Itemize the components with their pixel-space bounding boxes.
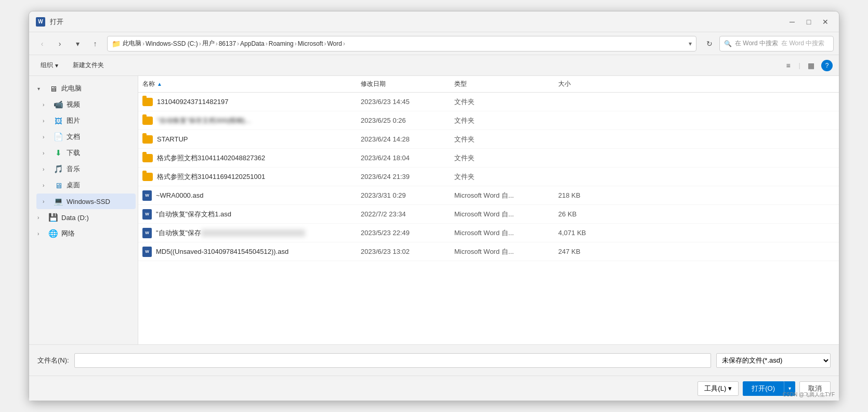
toolbar: 组织 ▾ 新建文件夹 ≡ | ▦ ? bbox=[29, 55, 839, 76]
file-name: MD5((Unsaved-310409784154504512)).asd bbox=[156, 248, 288, 255]
expand-datad-icon: › bbox=[37, 215, 45, 221]
table-row[interactable]: W "自动恢复"保存 2023/5/23 22:49 Microsoft Wor… bbox=[138, 224, 839, 242]
search-box[interactable]: 🔍 在 Word 中搜索 在 Word 中搜索 bbox=[719, 36, 834, 52]
address-part-microsoft: Microsoft bbox=[298, 40, 323, 47]
sidebar: ▾ 🖥 此电脑 › 📹 视频 › 🖼 图片 › 📄 文档 bbox=[29, 76, 138, 344]
sidebar-video-label: 视频 bbox=[67, 100, 131, 109]
sidebar-item-downloads[interactable]: › ⬇ 下载 bbox=[36, 145, 136, 161]
layout-button[interactable]: ▦ bbox=[804, 58, 818, 73]
filename-label: 文件名(N): bbox=[37, 356, 69, 365]
col-type-header[interactable]: 类型 bbox=[454, 80, 558, 88]
table-row[interactable]: W "自动恢复"保存文档1.asd 2022/7/2 23:34 Microso… bbox=[138, 205, 839, 224]
table-row[interactable]: "自动恢复"保存文档300(模糊)... 2023/6/25 0:26 文件夹 bbox=[138, 111, 839, 130]
maximize-button[interactable]: □ bbox=[801, 15, 816, 29]
table-row[interactable]: 1310409243711482197 2023/6/23 14:45 文件夹 bbox=[138, 93, 839, 111]
col-size-label: 大小 bbox=[558, 80, 571, 87]
minimize-button[interactable]: ─ bbox=[785, 15, 799, 29]
file-type: Microsoft Word 自... bbox=[454, 228, 558, 238]
tools-button[interactable]: 工具(L) ▾ bbox=[698, 381, 739, 396]
file-name: 1310409243711482197 bbox=[157, 98, 228, 106]
file-name: "自动恢复"保存文档300(模糊)... bbox=[157, 116, 251, 125]
open-dialog: W 打开 ─ □ ✕ ‹ › ▾ ↑ 📁 此电脑 › Windows-SSD (… bbox=[29, 11, 839, 401]
col-name-header[interactable]: 名称 ▲ bbox=[142, 80, 361, 88]
main-area: ▾ 🖥 此电脑 › 📹 视频 › 🖼 图片 › 📄 文档 bbox=[29, 76, 839, 344]
col-size-header[interactable]: 大小 bbox=[558, 80, 621, 88]
table-row[interactable]: 格式参照文档310411694120251001 2023/6/24 21:39… bbox=[138, 168, 839, 186]
sidebar-downloads-label: 下载 bbox=[67, 148, 131, 158]
organize-dropdown-icon: ▾ bbox=[55, 62, 58, 69]
table-row[interactable]: STARTUP 2023/6/24 14:28 文件夹 bbox=[138, 130, 839, 149]
file-date: 2022/7/2 23:34 bbox=[361, 210, 454, 218]
address-part-roaming: Roaming bbox=[269, 40, 294, 47]
file-type: Microsoft Word 自... bbox=[454, 191, 558, 200]
up-button[interactable]: ↑ bbox=[87, 36, 103, 52]
view-menu-button[interactable]: ≡ bbox=[781, 58, 796, 73]
datad-icon: 💾 bbox=[48, 213, 58, 222]
sidebar-item-pictures[interactable]: › 🖼 图片 bbox=[36, 113, 136, 128]
watermark: CSDN @飞腾人生TYF bbox=[783, 391, 835, 398]
file-type: 文件夹 bbox=[454, 172, 558, 182]
forward-button[interactable]: › bbox=[52, 36, 68, 52]
col-date-header[interactable]: 修改日期 bbox=[361, 80, 454, 88]
file-name: 格式参照文档310411402048827362 bbox=[157, 153, 265, 163]
video-icon: 📹 bbox=[53, 100, 63, 109]
file-date: 2023/6/23 14:45 bbox=[361, 98, 454, 106]
sidebar-item-network[interactable]: › 🌐 网络 bbox=[31, 226, 136, 241]
navigation-bar: ‹ › ▾ ↑ 📁 此电脑 › Windows-SSD (C:) › 用户 › … bbox=[29, 32, 839, 55]
file-type: 文件夹 bbox=[454, 135, 558, 144]
table-row[interactable]: W MD5((Unsaved-310409784154504512)).asd … bbox=[138, 242, 839, 261]
address-folder-icon: 📁 bbox=[112, 40, 121, 48]
file-name: 格式参照文档310411694120251001 bbox=[157, 172, 265, 182]
sidebar-item-datad[interactable]: › 💾 Data (D:) bbox=[31, 210, 136, 225]
refresh-button[interactable]: ↻ bbox=[702, 36, 717, 52]
dropdown-button[interactable]: ▾ bbox=[70, 36, 85, 52]
expand-pc-icon: ▾ bbox=[37, 86, 45, 92]
sidebar-pc-children: › 📹 视频 › 🖼 图片 › 📄 文档 › ⬇ 下载 bbox=[29, 97, 138, 209]
action-bar: 工具(L) ▾ 打开(O) ▾ 取消 bbox=[29, 376, 839, 401]
word-file-icon: W bbox=[142, 228, 152, 238]
expand-video-icon: › bbox=[43, 102, 50, 108]
file-size: 26 KB bbox=[558, 210, 621, 218]
sidebar-item-documents[interactable]: › 📄 文档 bbox=[36, 129, 136, 145]
close-button[interactable]: ✕ bbox=[818, 15, 833, 29]
file-name-cell: W "自动恢复"保存 bbox=[142, 228, 361, 238]
content-area: 名称 ▲ 修改日期 类型 大小 13104 bbox=[138, 76, 839, 344]
sidebar-datad-label: Data (D:) bbox=[61, 214, 131, 222]
title-bar: W 打开 ─ □ ✕ bbox=[29, 11, 839, 32]
file-list: 1310409243711482197 2023/6/23 14:45 文件夹 … bbox=[138, 93, 839, 344]
toolbar-separator: | bbox=[799, 61, 800, 69]
sidebar-item-video[interactable]: › 📹 视频 bbox=[36, 97, 136, 112]
pictures-icon: 🖼 bbox=[53, 117, 63, 125]
sidebar-item-pc[interactable]: ▾ 🖥 此电脑 bbox=[31, 81, 136, 96]
toolbar-right: ≡ | ▦ ? bbox=[781, 58, 833, 73]
organize-button[interactable]: 组织 ▾ bbox=[35, 58, 63, 73]
filename-input[interactable] bbox=[74, 353, 711, 368]
back-button[interactable]: ‹ bbox=[34, 36, 50, 52]
word-file-icon: W bbox=[142, 190, 152, 201]
file-name-cell: W MD5((Unsaved-310409784154504512)).asd bbox=[142, 247, 361, 257]
sidebar-music-label: 音乐 bbox=[67, 164, 131, 174]
file-type: Microsoft Word 自... bbox=[454, 210, 558, 219]
word-file-icon: W bbox=[142, 247, 152, 257]
new-folder-button[interactable]: 新建文件夹 bbox=[68, 58, 109, 73]
window-controls: ─ □ ✕ bbox=[785, 15, 833, 29]
sidebar-item-desktop[interactable]: › 🖥 桌面 bbox=[36, 177, 136, 193]
expand-docs-icon: › bbox=[43, 134, 50, 140]
tools-label: 工具(L) bbox=[704, 384, 726, 393]
sidebar-item-music[interactable]: › 🎵 音乐 bbox=[36, 161, 136, 177]
file-date: 2023/5/23 22:49 bbox=[361, 229, 454, 237]
open-button[interactable]: 打开(O) bbox=[743, 381, 784, 396]
address-bar[interactable]: 📁 此电脑 › Windows-SSD (C:) › 用户 › 86137 › … bbox=[107, 36, 696, 52]
expand-network-icon: › bbox=[37, 231, 45, 237]
table-row[interactable]: 格式参照文档310411402048827362 2023/6/24 18:04… bbox=[138, 149, 839, 168]
file-size: 247 KB bbox=[558, 248, 621, 255]
col-name-label: 名称 bbox=[142, 80, 155, 88]
file-date: 2023/6/25 0:26 bbox=[361, 117, 454, 124]
sidebar-item-windows-ssd[interactable]: › 💻 Windows-SSD bbox=[36, 194, 136, 209]
address-part-appdata: AppData bbox=[240, 40, 265, 47]
table-row[interactable]: W ~WRA0000.asd 2023/3/31 0:29 Microsoft … bbox=[138, 186, 839, 205]
filetype-select[interactable]: 未保存的文件(*.asd) bbox=[716, 353, 831, 368]
new-folder-label: 新建文件夹 bbox=[73, 61, 104, 70]
sidebar-documents-label: 文档 bbox=[67, 132, 131, 141]
help-button[interactable]: ? bbox=[821, 60, 833, 71]
